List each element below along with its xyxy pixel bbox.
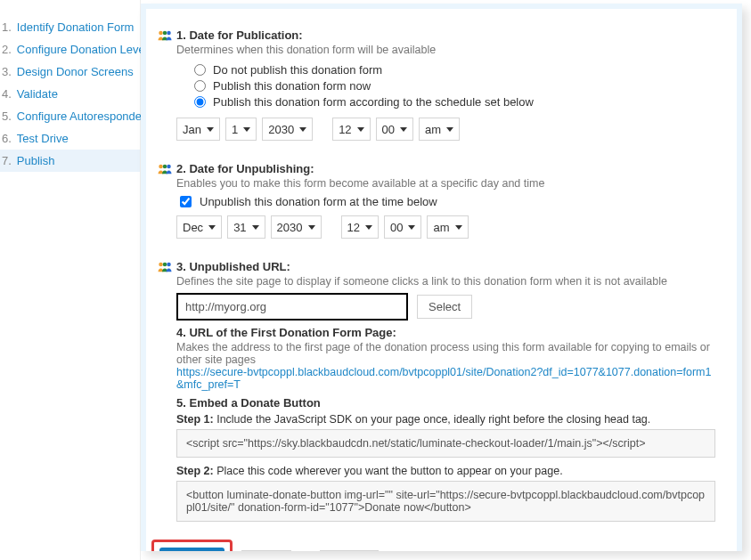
chevron-down-icon <box>299 127 306 132</box>
section-subtitle: Defines the site page to display if some… <box>176 275 715 288</box>
svg-point-8 <box>167 263 171 267</box>
section-embed-button: 5. Embed a Donate Button Step 1: Include… <box>157 396 715 529</box>
svg-point-6 <box>159 263 163 267</box>
select-year[interactable]: 2030 <box>271 215 322 239</box>
save-button[interactable]: Save <box>241 550 291 552</box>
chevron-down-icon <box>446 127 453 132</box>
people-icon <box>157 260 176 321</box>
section-title: Date for Publication: <box>189 28 302 42</box>
section-publication-date: 1. Date for Publication: Determines when… <box>157 28 715 141</box>
section-first-page-url: 4. URL of the First Donation Form Page: … <box>157 326 715 391</box>
section-unpublished-url: 3. Unpublished URL: Defines the site pag… <box>157 260 715 321</box>
radio-input[interactable] <box>194 64 206 76</box>
select-year[interactable]: 2030 <box>262 118 313 141</box>
chevron-down-icon <box>207 127 214 132</box>
select-month[interactable]: Dec <box>176 215 222 239</box>
sidebar-item-design[interactable]: 3.Design Donor Screens <box>0 61 140 83</box>
chevron-down-icon <box>252 225 259 230</box>
svg-point-5 <box>167 165 171 169</box>
select-hour[interactable]: 12 <box>341 215 379 239</box>
sidebar-item-label: Identify Donation Form <box>17 20 135 34</box>
checkbox-unpublish[interactable]: Unpublish this donation form at the time… <box>176 193 715 210</box>
sidebar-item-validate[interactable]: 4.Validate <box>0 83 140 105</box>
select-minute[interactable]: 00 <box>384 215 421 239</box>
section-unpublishing-date: 2. Date for Unpublishing: Enables you to… <box>157 162 715 239</box>
unpublish-date-selects: Dec 31 2030 12 00 am <box>176 215 715 239</box>
select-minute[interactable]: 00 <box>376 118 413 141</box>
section-title: Unpublished URL: <box>189 260 290 273</box>
sidebar-item-autoresponders[interactable]: 5.Configure Autoresponders <box>0 105 140 127</box>
radio-publish-now[interactable]: Publish this donation form now <box>194 79 715 93</box>
svg-point-7 <box>163 263 167 267</box>
sidebar-item-label: Publish <box>17 154 55 167</box>
select-day[interactable]: 1 <box>225 118 257 141</box>
chevron-down-icon <box>400 127 407 132</box>
sidebar-item-label: Design Donor Screens <box>17 65 134 78</box>
select-month[interactable]: Jan <box>176 118 220 141</box>
select-day[interactable]: 31 <box>227 215 265 239</box>
section-title: Embed a Donate Button <box>189 396 320 410</box>
svg-point-2 <box>167 31 171 36</box>
chevron-down-icon <box>243 127 250 132</box>
step-sidebar: 1.Identify Donation Form 2.Configure Don… <box>0 0 141 560</box>
chevron-down-icon <box>308 225 315 230</box>
sidebar-item-label: Test Drive <box>17 132 69 145</box>
section-subtitle: Determines when this donation form will … <box>176 44 715 56</box>
finish-button[interactable]: Finish <box>159 548 224 551</box>
action-bar: Finish Save or Cancel <box>151 540 715 551</box>
step1-text: Include the JavaScript SDK on your page … <box>214 413 651 426</box>
svg-point-3 <box>159 165 163 169</box>
app-container: 1.Identify Donation Form 2.Configure Don… <box>0 0 751 560</box>
unpublished-url-input[interactable] <box>176 293 408 321</box>
people-icon <box>157 162 176 239</box>
radio-input[interactable] <box>194 96 206 108</box>
select-ampm[interactable]: am <box>427 215 468 239</box>
svg-point-1 <box>163 31 167 36</box>
step2-text: Place this code wherever you want the bu… <box>214 465 563 477</box>
select-hour[interactable]: 12 <box>332 118 370 141</box>
step1-label: Step 1: <box>176 413 214 426</box>
first-page-link[interactable]: https://secure-bvtpcoppl.blackbaudcloud.… <box>176 366 715 391</box>
radio-do-not-publish[interactable]: Do not publish this donation form <box>194 63 715 77</box>
chevron-down-icon <box>365 225 372 230</box>
radio-publish-schedule[interactable]: Publish this donation form according to … <box>194 95 715 109</box>
sidebar-item-label: Configure Autoresponders <box>17 110 151 123</box>
sidebar-item-label: Configure Donation Levels <box>17 43 153 56</box>
select-button[interactable]: Select <box>417 295 472 319</box>
chevron-down-icon <box>208 225 216 230</box>
people-icon <box>157 28 176 141</box>
section-subtitle: Enables you to make this form become ava… <box>176 177 715 190</box>
step2-label: Step 2: <box>176 465 214 477</box>
sidebar-item-configure-levels[interactable]: 2.Configure Donation Levels <box>0 38 140 61</box>
sidebar-item-label: Validate <box>17 87 58 101</box>
embed-code-2[interactable]: <button luminate-donate-button img-url="… <box>176 481 715 522</box>
publish-date-selects: Jan 1 2030 12 00 am <box>176 118 715 141</box>
finish-highlight: Finish <box>151 540 233 551</box>
section-title: URL of the First Donation Form Page: <box>189 326 396 339</box>
chevron-down-icon <box>408 225 415 230</box>
sidebar-item-identify[interactable]: 1.Identify Donation Form <box>0 16 140 38</box>
svg-point-0 <box>159 31 163 36</box>
embed-code-1[interactable]: <script src="https://sky.blackbaudcdn.ne… <box>176 429 715 458</box>
sidebar-item-test-drive[interactable]: 6.Test Drive <box>0 127 140 150</box>
checkbox-input[interactable] <box>180 196 192 207</box>
chevron-down-icon <box>455 225 462 230</box>
main-panel: 1. Date for Publication: Determines when… <box>141 4 742 551</box>
radio-input[interactable] <box>194 80 206 92</box>
svg-point-4 <box>163 165 167 169</box>
select-ampm[interactable]: am <box>419 118 460 141</box>
section-title: Date for Unpublishing: <box>189 162 314 175</box>
section-subtitle: Makes the address to the first page of t… <box>176 341 715 366</box>
chevron-down-icon <box>357 127 364 132</box>
cancel-button[interactable]: Cancel <box>320 550 379 552</box>
sidebar-item-publish[interactable]: 7.Publish <box>0 150 140 172</box>
